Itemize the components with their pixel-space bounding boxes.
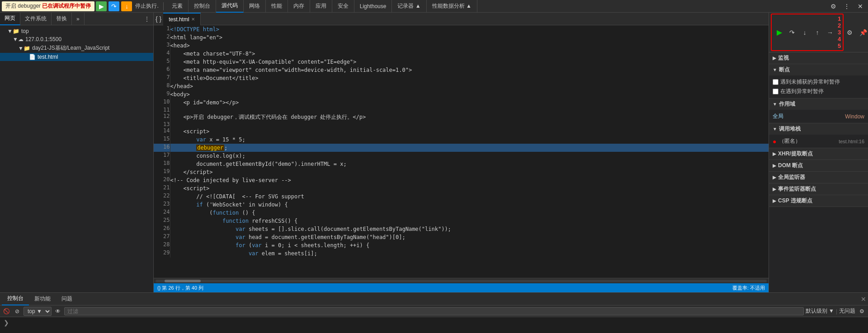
tab-console-bottom[interactable]: 控制台	[2, 293, 29, 305]
tab-elements[interactable]: 元素	[166, 0, 189, 13]
bottom-close-icon[interactable]: ✕	[861, 295, 866, 303]
step-ctrl-button[interactable]: →	[824, 28, 836, 38]
line-code: <head>	[170, 42, 769, 50]
more-options-icon[interactable]: ⋮	[841, 1, 853, 11]
debug-controls: ▶ ↷ ↓ ↑ →	[774, 28, 836, 38]
section-event-header[interactable]: ▶ 事件监听器断点	[769, 183, 868, 195]
callstack-anon: ● （匿名） test.html:16	[773, 136, 864, 146]
section-dom-header[interactable]: ▶ DOM 断点	[769, 160, 868, 171]
tab-performance[interactable]: 性能	[266, 0, 288, 13]
step-out-ctrl-button[interactable]: ↑	[811, 28, 823, 38]
left-more-options[interactable]: ⋮	[141, 16, 153, 22]
line-number: 17	[154, 152, 170, 160]
scroll-thumb[interactable]	[165, 280, 201, 282]
step-over-ctrl-button[interactable]: ↷	[786, 28, 798, 38]
line-number: 14	[154, 127, 170, 136]
tab-filesystem[interactable]: 文件系统	[20, 13, 52, 25]
line-code: var sheets = [].slice.call(document.getE…	[170, 225, 769, 233]
line-code: var head = document.getElementsByTagName…	[170, 233, 769, 241]
separator	[163, 2, 164, 10]
line-number: 23	[154, 201, 170, 209]
tab-issues[interactable]: 问题	[56, 293, 78, 305]
tab-lighthouse[interactable]: Lighthouse	[354, 0, 392, 13]
debug-open-label: 开启 debugger	[5, 2, 41, 10]
exec-button[interactable]: ⊘	[13, 307, 22, 316]
section-monitor-header[interactable]: ▶ 监视	[769, 52, 868, 64]
tree-item-file[interactable]: 📄 test.html	[0, 53, 153, 61]
line-number: 6	[154, 66, 170, 74]
checkbox-caught[interactable]	[773, 89, 778, 94]
tree-label-folder: day21-JS基础/Learn_JavaScript	[32, 44, 109, 52]
line-code: var x = 15 * 5;	[170, 136, 769, 144]
settings-console-icon[interactable]: ⚙	[857, 307, 866, 316]
section-scope-header[interactable]: ▼ 作用域	[769, 98, 868, 110]
code-area[interactable]: 1<!DOCTYPE html>2<html lang="en">3<head>…	[154, 25, 769, 278]
level-label[interactable]: 默认级别 ▼	[806, 307, 834, 315]
tab-console[interactable]: 控制台	[189, 0, 216, 13]
file-tree: ▼ 📁 top ▼ ☁ 127.0.0.1:5500 ▼ 📁 day21-JS基…	[0, 25, 153, 292]
tab-network[interactable]: 网络	[244, 0, 266, 13]
folder-icon: 📁	[13, 28, 19, 34]
horizontal-scrollbar[interactable]	[154, 278, 769, 283]
section-callstack: ▼ 调用堆栈 ● （匿名） test.html:16	[769, 123, 868, 148]
section-breakpoints-header[interactable]: ▼ 断点	[769, 64, 868, 75]
tab-sources[interactable]: 源代码	[216, 0, 244, 13]
breakpoint-uncaught: 遇到未捕获的异常时暂停	[773, 77, 864, 87]
right-header: ▶ ↷ ↓ ↑ → 1 2 3 4 5 ⚙ 📌	[769, 13, 868, 52]
tree-item-server[interactable]: ▼ ☁ 127.0.0.1:5500	[0, 35, 153, 43]
tab-memory[interactable]: 内存	[288, 0, 310, 13]
callstack-loc: test.html:16	[839, 139, 864, 144]
section-callstack-header[interactable]: ▼ 调用堆栈	[769, 123, 868, 135]
line-number: 12	[154, 113, 170, 121]
tree-item-folder[interactable]: ▼ 📁 day21-JS基础/Learn_JavaScript	[0, 43, 153, 53]
line-code: <script>	[170, 127, 769, 136]
filter-input[interactable]	[64, 307, 804, 315]
tree-item-top[interactable]: ▼ 📁 top	[0, 27, 153, 35]
section-scope: ▼ 作用域 全局 Window	[769, 98, 868, 123]
footer-position: {} 第 26 行，第 40 列	[157, 285, 203, 291]
settings-icon[interactable]: ⚙	[827, 1, 839, 11]
editor-tab-test-html[interactable]: test.html ✕	[163, 13, 200, 25]
settings-right-icon[interactable]: ⚙	[844, 28, 855, 38]
breakpoint-caught: 在遇到异常时暂停	[773, 87, 864, 96]
line-number: 24	[154, 209, 170, 217]
pin-icon[interactable]: 📌	[857, 28, 868, 38]
line-code	[170, 107, 769, 113]
tab-more[interactable]: »	[72, 13, 85, 25]
section-csp: ▶ CSP 违规断点	[769, 195, 868, 207]
tab-new-features[interactable]: 新功能	[29, 293, 56, 305]
issues-label: 无问题	[839, 307, 855, 315]
line-number: 3	[154, 42, 170, 50]
eye-icon[interactable]: 👁	[53, 307, 62, 316]
tab-close-icon[interactable]: ✕	[191, 17, 195, 22]
step-in-ctrl-button[interactable]: ↓	[799, 28, 811, 38]
step-into-button[interactable]: ↓	[121, 1, 132, 11]
top-selector[interactable]: top ▼	[24, 307, 52, 316]
section-xhr-header[interactable]: ▶ XHR/提取断点	[769, 148, 868, 159]
line-number: 7	[154, 74, 170, 82]
stop-label: 停止执行.	[133, 2, 160, 10]
tab-overrides[interactable]: 替换	[52, 13, 72, 25]
checkbox-uncaught[interactable]	[773, 79, 778, 85]
section-monitor: ▶ 监视	[769, 52, 868, 64]
line-number: 1	[154, 25, 170, 33]
line-code: <meta http-equiv="X-UA-Compatible" conte…	[170, 58, 769, 66]
tab-webpage[interactable]: 网页	[0, 13, 20, 25]
clear-console-icon[interactable]: 🚫	[2, 307, 11, 316]
arrow-event: ▶	[773, 187, 776, 192]
close-devtools-icon[interactable]: ✕	[854, 1, 866, 11]
tab-recorder[interactable]: 记录器 ▲	[392, 0, 426, 13]
section-csp-header[interactable]: ▶ CSP 违规断点	[769, 195, 868, 206]
tab-application[interactable]: 应用	[310, 0, 332, 13]
section-global-header[interactable]: ▶ 全局监听器	[769, 172, 868, 183]
step-over-button[interactable]: ↷	[108, 1, 119, 11]
tree-label-top: top	[21, 28, 29, 34]
line-code: <body>	[170, 90, 769, 98]
resume-button[interactable]: ▶	[96, 1, 107, 11]
line-number: 13	[154, 121, 170, 127]
tab-security[interactable]: 安全	[332, 0, 354, 13]
tab-perf-insights[interactable]: 性能数据分析 ▲	[427, 0, 477, 13]
line-code	[170, 121, 769, 127]
resume-ctrl-button[interactable]: ▶	[774, 28, 785, 38]
arrow-csp: ▶	[773, 198, 776, 203]
